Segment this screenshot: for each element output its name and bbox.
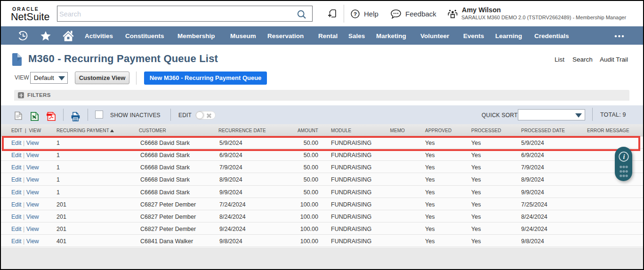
svg-text:?: ? bbox=[354, 11, 357, 17]
svg-text:i: i bbox=[623, 153, 625, 160]
